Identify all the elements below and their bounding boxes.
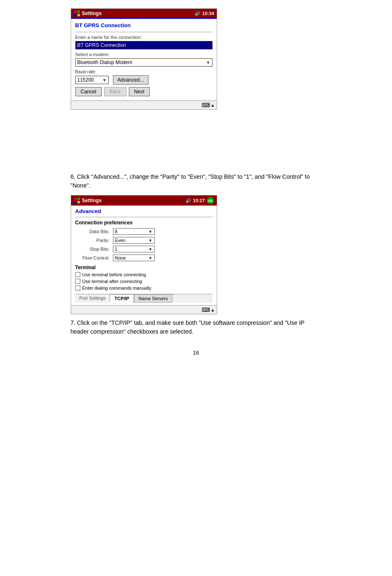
parity-select[interactable]: Even ▼: [113, 237, 155, 244]
keyboard-icon-2: ⌨: [202, 306, 210, 313]
titlebar-1: Settings 🔊 10:34: [71, 9, 217, 18]
flow-control-row: Flow Control: None ▼: [75, 255, 213, 261]
svg-rect-0: [74, 10, 77, 13]
section-title-1: BT GPRS Connection: [75, 22, 213, 28]
up-arrow-1: ▲: [211, 103, 215, 108]
modem-value: Bluetooth Dialup Modem: [77, 59, 132, 65]
cancel-button[interactable]: Cancel: [75, 87, 102, 96]
frame2-body: Advanced Connection preferences Data Bit…: [71, 206, 217, 305]
conn-pref-title: Connection preferences: [75, 220, 213, 226]
next-button[interactable]: Next: [129, 87, 150, 96]
windows-logo-icon-2: [74, 197, 80, 204]
stop-bits-row: Stop Bits: 1 ▼: [75, 246, 213, 252]
back-button[interactable]: Back: [104, 87, 126, 96]
parity-row: Parity: Even ▼: [75, 237, 213, 244]
modem-select[interactable]: Bluetooth Dialup Modem ▼: [75, 58, 213, 67]
checkbox-2-row: Use terminal after connecting: [75, 279, 213, 284]
tab-nameservers[interactable]: Name Servers: [134, 294, 172, 303]
stop-bits-select[interactable]: 1 ▼: [113, 246, 155, 252]
checkbox-1-label: Use terminal before connecting: [82, 272, 146, 277]
speaker-icon: 🔊: [195, 11, 200, 16]
baud-dropdown-arrow: ▼: [102, 78, 107, 82]
svg-rect-3: [77, 14, 80, 16]
frame2-bottom-bar: ⌨ ▲: [71, 305, 217, 314]
tab-tcpip[interactable]: TCP/IP: [110, 294, 133, 303]
settings-frame-1: Settings 🔊 10:34 BT GPRS Connection Ente…: [71, 8, 217, 110]
baud-row: 115200 ▼ Advanced...: [75, 75, 213, 85]
speaker-icon-2: 🔊: [185, 198, 191, 203]
checkbox-3[interactable]: [75, 285, 80, 291]
svg-rect-1: [77, 10, 80, 13]
baud-select[interactable]: 115200 ▼: [75, 76, 109, 84]
advanced-button[interactable]: Advanced...: [113, 75, 149, 85]
instruction-1: 6. Click "Advanced...", change the "Pari…: [71, 172, 322, 190]
titlebar-2: Settings 🔊 10:27 ok: [71, 195, 217, 206]
svg-rect-4: [74, 198, 77, 200]
checkbox-1[interactable]: [75, 272, 80, 277]
svg-rect-7: [77, 201, 80, 203]
advanced-section-title: Advanced: [75, 208, 213, 214]
conn-name-input[interactable]: BT GPRS Connection: [75, 41, 213, 49]
up-arrow-2: ▲: [211, 308, 215, 312]
frame1-bottom-bar: ⌨ ▲: [71, 100, 217, 109]
buttons-row-1: Cancel Back Next: [75, 87, 213, 96]
svg-rect-5: [77, 198, 80, 200]
checkbox-2-label: Use terminal after connecting: [82, 279, 142, 284]
ok-badge[interactable]: ok: [207, 197, 214, 204]
instruction-2: 7. Click on the "TCP/IP" tab, and make s…: [71, 319, 322, 336]
parity-arrow: ▼: [149, 238, 153, 243]
page-number: 16: [71, 350, 322, 356]
frame1-body: BT GPRS Connection Enter a name for the …: [71, 18, 217, 100]
checkbox-2[interactable]: [75, 279, 80, 284]
modem-dropdown-arrow: ▼: [206, 60, 210, 65]
tabs-bar: Port Settings TCP/IP Name Servers: [75, 294, 213, 303]
parity-value: Even: [115, 238, 126, 243]
data-bits-arrow: ▼: [149, 229, 153, 234]
titlebar-2-time: 10:27: [193, 198, 205, 203]
titlebar-1-time: 10:34: [202, 11, 214, 16]
data-bits-row: Data Bits: 8 ▼: [75, 228, 213, 235]
keyboard-icon-1: ⌨: [202, 102, 210, 108]
svg-rect-2: [74, 14, 77, 16]
data-bits-label: Data Bits:: [75, 229, 113, 234]
flow-control-arrow: ▼: [149, 256, 153, 260]
svg-rect-6: [74, 201, 77, 203]
checkbox-1-row: Use terminal before connecting: [75, 272, 213, 277]
flow-control-select[interactable]: None ▼: [113, 255, 155, 261]
data-bits-value: 8: [115, 229, 118, 234]
port-settings-label: Port Settings: [75, 294, 110, 303]
flow-control-value: None: [115, 255, 126, 260]
baud-label: Baud rate:: [75, 69, 213, 74]
titlebar-1-appname: Settings: [82, 10, 102, 16]
data-bits-select[interactable]: 8 ▼: [113, 228, 155, 235]
baud-value: 115200: [77, 77, 94, 83]
parity-label: Parity:: [75, 238, 113, 243]
stop-bits-arrow: ▼: [149, 247, 153, 252]
modem-label: Select a modem:: [75, 52, 213, 57]
checkbox-3-label: Enter dialing commands manually: [82, 285, 151, 291]
stop-bits-label: Stop Bits:: [75, 247, 113, 252]
flow-control-label: Flow Control:: [75, 255, 113, 260]
checkbox-3-row: Enter dialing commands manually: [75, 285, 213, 291]
settings-frame-2: Settings 🔊 10:27 ok Advanced Connection …: [71, 195, 217, 314]
titlebar-2-appname: Settings: [82, 198, 102, 203]
stop-bits-value: 1: [115, 247, 118, 252]
conn-name-label: Enter a name for the connection:: [75, 35, 213, 40]
terminal-title: Terminal: [75, 265, 213, 270]
windows-logo-icon: [74, 10, 80, 17]
